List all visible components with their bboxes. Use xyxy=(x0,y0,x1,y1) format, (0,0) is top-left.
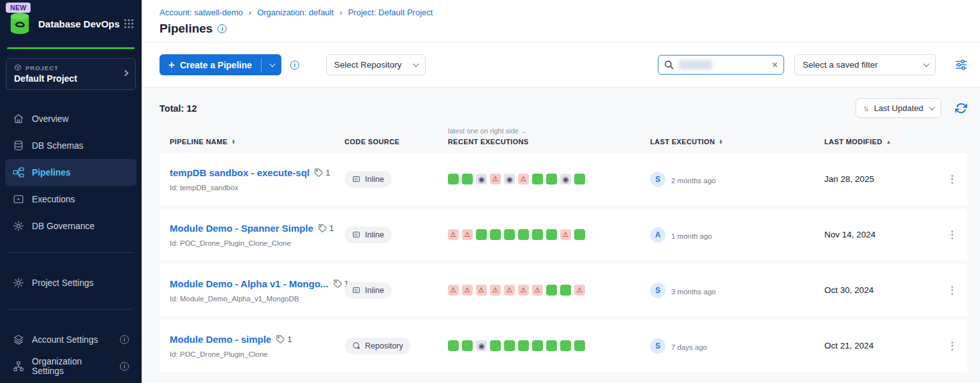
sidebar-item-organization-settings[interactable]: Organization Settings i xyxy=(5,353,137,380)
search-input[interactable]: × xyxy=(658,55,784,75)
execution-status-success[interactable] xyxy=(462,340,473,351)
tag-icon[interactable]: 1 xyxy=(276,334,292,344)
execution-status-warning[interactable]: ⚠ xyxy=(518,285,529,296)
execution-status-success[interactable] xyxy=(532,229,543,240)
sort-toggle-icon[interactable]: ▲▼ xyxy=(719,139,724,144)
refresh-icon[interactable] xyxy=(955,102,967,114)
execution-status-warning[interactable]: ⚠ xyxy=(462,285,473,296)
pipeline-name-link[interactable]: Module Demo - Spanner Simple xyxy=(170,223,313,234)
tag-icon[interactable]: 1 xyxy=(314,168,330,177)
execution-status-warning[interactable]: ⚠ xyxy=(490,174,501,184)
execution-status-success[interactable] xyxy=(560,285,571,296)
recent-executions: ⚠⚠⚠ xyxy=(448,229,650,240)
kebab-menu-button[interactable] xyxy=(949,228,956,242)
sidebar-header: NEW Database DevOps xyxy=(0,0,142,43)
execution-status-success[interactable] xyxy=(574,229,585,240)
info-icon[interactable]: i xyxy=(218,24,226,33)
execution-status-warning[interactable]: ⚠ xyxy=(490,285,501,296)
execution-status-warning[interactable]: ⚠ xyxy=(574,285,585,296)
execution-status-skipped[interactable]: ◉ xyxy=(504,174,515,184)
sidebar-item-account-settings[interactable]: Account Settings i xyxy=(5,326,137,353)
execution-status-success[interactable] xyxy=(518,340,529,351)
execution-status-success[interactable] xyxy=(518,229,529,240)
breadcrumb: Account: satwell-demo › Organization: de… xyxy=(160,8,967,17)
sidebar-item-overview[interactable]: Overview xyxy=(5,105,137,132)
info-icon[interactable]: i xyxy=(290,61,299,70)
breadcrumb-project-link[interactable]: Project: Default Project xyxy=(348,8,433,17)
execution-status-success[interactable] xyxy=(504,340,515,351)
pipeline-name-link[interactable]: tempDB sandbox - execute-sql xyxy=(170,167,309,178)
sort-asc-icon[interactable]: ▲ xyxy=(886,139,891,145)
kebab-menu-button[interactable] xyxy=(949,339,956,353)
execution-status-warning[interactable]: ⚠ xyxy=(518,174,529,184)
pipeline-name-link[interactable]: Module Demo - Alpha v1 - Mongo... xyxy=(170,278,329,289)
execution-status-success[interactable] xyxy=(448,174,459,184)
app-window: NEW Database DevOps xyxy=(0,0,980,383)
saved-filter-dropdown[interactable]: Select a saved filter xyxy=(794,54,936,75)
execution-status-warning[interactable]: ⚠ xyxy=(448,285,459,296)
sidebar-item-executions[interactable]: Executions xyxy=(5,186,137,213)
execution-status-success[interactable] xyxy=(560,340,571,351)
sidebar: NEW Database DevOps xyxy=(0,0,142,383)
execution-status-skipped[interactable]: ◉ xyxy=(476,174,487,184)
sidebar-item-db-governance[interactable]: DB Governance xyxy=(5,213,137,239)
recent-executions: ⚠⚠⚠⚠⚠⚠⚠⚠ xyxy=(448,285,650,296)
tag-icon[interactable]: 1 xyxy=(318,223,334,233)
execution-status-warning[interactable]: ⚠ xyxy=(560,229,571,240)
execution-status-success[interactable] xyxy=(448,340,459,351)
chevron-right-icon xyxy=(122,70,129,77)
code-source-label: Repository xyxy=(365,342,403,350)
execution-status-success[interactable] xyxy=(462,174,473,184)
pipeline-name-link[interactable]: Module Demo - simple xyxy=(170,334,271,345)
sidebar-tertiary-nav: Account Settings i Organization Settings… xyxy=(0,322,142,380)
kebab-menu-button[interactable] xyxy=(949,283,956,297)
select-repository-dropdown[interactable]: Select Repository xyxy=(326,54,426,75)
inline-icon xyxy=(352,286,360,294)
sidebar-item-project-settings[interactable]: Project Settings xyxy=(5,269,137,296)
execution-status-skipped[interactable]: ◉ xyxy=(560,174,571,184)
create-pipeline-button[interactable]: + Create a Pipeline xyxy=(160,54,281,75)
sidebar-item-db-schemas[interactable]: DB Schemas xyxy=(5,132,137,159)
pipeline-id: Id: POC_Drone_Plugin_Clone_Clone xyxy=(170,239,345,247)
info-icon[interactable]: i xyxy=(120,362,129,371)
execution-status-success[interactable] xyxy=(490,340,501,351)
recent-executions-hint: latest one on right side → xyxy=(448,127,650,135)
execution-status-success[interactable] xyxy=(546,229,557,240)
execution-status-success[interactable] xyxy=(490,229,501,240)
info-icon[interactable]: i xyxy=(120,335,129,344)
brand-accent-line xyxy=(7,47,135,49)
execution-status-success[interactable] xyxy=(546,340,557,351)
execution-status-success[interactable] xyxy=(504,229,515,240)
execution-status-warning[interactable]: ⚠ xyxy=(504,285,515,296)
execution-status-warning[interactable]: ⚠ xyxy=(476,285,487,296)
sidebar-item-label: Project Settings xyxy=(32,278,94,288)
sort-toggle-icon[interactable]: ▲▼ xyxy=(232,139,236,144)
pipeline-id: Id: tempDB_sandbox xyxy=(170,184,345,192)
execution-status-success[interactable] xyxy=(546,285,557,296)
filter-sliders-icon[interactable] xyxy=(955,59,967,70)
breadcrumb-organization-link[interactable]: Organization: default xyxy=(257,8,334,17)
execution-status-skipped[interactable]: ◉ xyxy=(476,340,487,351)
recent-executions: ◉⚠◉⚠◉ xyxy=(448,174,650,184)
last-execution-ago: 3 months ago xyxy=(671,288,716,296)
execution-status-success[interactable] xyxy=(546,174,557,184)
table-row: tempDB sandbox - execute-sql 1 Id: tempD… xyxy=(160,153,967,205)
execution-status-warning[interactable]: ⚠ xyxy=(532,285,543,296)
execution-status-success[interactable] xyxy=(574,174,585,184)
execution-status-warning[interactable]: ⚠ xyxy=(462,229,473,240)
execution-status-success[interactable] xyxy=(532,340,543,351)
sidebar-item-pipelines[interactable]: Pipelines xyxy=(5,159,137,186)
breadcrumb-account-link[interactable]: Account: satwell-demo xyxy=(160,8,243,17)
execution-status-success[interactable] xyxy=(532,174,543,184)
chevron-down-icon xyxy=(269,61,276,67)
kebab-menu-button[interactable] xyxy=(949,172,956,186)
app-switcher-grid-icon[interactable] xyxy=(124,19,134,29)
create-pipeline-dropdown-button[interactable] xyxy=(262,54,281,75)
execution-status-success[interactable] xyxy=(476,229,487,240)
execution-status-warning[interactable]: ⚠ xyxy=(448,229,459,240)
gear-icon xyxy=(13,220,24,232)
clear-search-icon[interactable]: × xyxy=(772,60,778,70)
execution-status-success[interactable] xyxy=(574,340,585,351)
project-selector[interactable]: PROJECT Default Project xyxy=(6,58,136,90)
sort-dropdown[interactable]: ↑↓ Last Updated xyxy=(856,98,941,118)
